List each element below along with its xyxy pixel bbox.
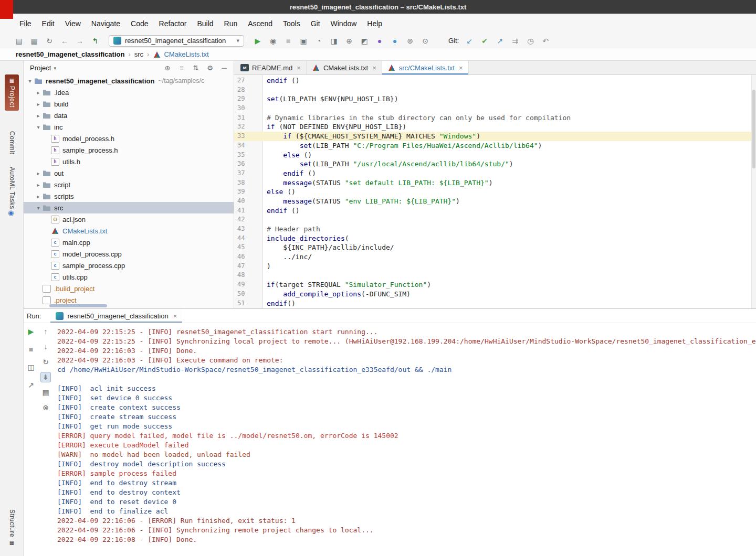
code-line[interactable]: 50 add_compile_options(-DFUNC_SIM) [234,290,751,299]
menu-navigate[interactable]: Navigate [87,17,125,30]
tree-item-CMakeLists.txt[interactable]: CMakeLists.txt [24,225,234,237]
menu-help[interactable]: Help [362,17,387,30]
collapse-all-icon[interactable]: ≡ [177,64,186,72]
scroll-to-end-button[interactable]: ⇟ [40,372,51,382]
down-stack-trace-button[interactable]: ↓ [40,341,51,352]
tree-item-sample_process.cpp[interactable]: csample_process.cpp [24,260,234,271]
close-icon[interactable]: × [173,312,177,320]
chevron-down-icon[interactable]: ▾ [34,205,43,211]
run-coverage-icon[interactable]: ▣ [298,36,309,46]
automl-status-icon[interactable]: ◉ [8,209,14,217]
stop-button[interactable]: ■ [283,36,293,46]
code-line[interactable]: 33 if (${CMAKE_HOST_SYSTEM_NAME} MATCHES… [234,132,751,141]
run-config-combo[interactable]: resnet50_imagenet_classification ▾ [109,35,244,47]
tree-item-data[interactable]: ▸data [24,110,234,121]
code-editor[interactable]: 27endif ()2829set(LIB_PATH $ENV{NPU_HOST… [234,75,751,308]
chevron-down-icon[interactable]: ▾ [54,66,56,71]
code-line[interactable]: 43# Header path [234,224,751,234]
soft-wrap-button[interactable]: ↻ [40,357,51,367]
tree-item-model_process.h[interactable]: hmodel_process.h [24,133,234,144]
console-output[interactable]: 2022-04-09 22:15:25 - [INFO] resnet50_im… [55,323,756,556]
line-number[interactable]: 43 [234,224,263,234]
settings-gear-icon[interactable]: ⚙ [206,64,214,72]
line-number[interactable]: 27 [234,76,263,85]
settings-icon[interactable]: ⊙ [420,36,430,46]
chevron-down-icon[interactable]: ▾ [26,78,34,84]
tool-button-commit[interactable]: Commit [5,128,19,157]
menu-view[interactable]: View [60,17,86,30]
tree-item-.build_project[interactable]: .build_project [24,283,234,294]
editor-tab-README.md[interactable]: MREADME.md× [235,61,307,74]
line-number[interactable]: 45 [234,243,263,252]
git-push-icon[interactable]: ↗ [495,36,505,46]
print-button[interactable]: ▤ [40,387,51,398]
locate-file-icon[interactable]: ⊕ [163,64,172,72]
git-history-icon[interactable]: ◷ [525,36,536,46]
git-commit-icon[interactable]: ✔ [479,36,490,46]
code-line[interactable]: 40 message(STATUS "env LIB_PATH: ${LIB_P… [234,197,751,206]
hide-panel-icon[interactable]: ─ [220,64,228,72]
tree-item-main.cpp[interactable]: cmain.cpp [24,237,234,248]
expand-collapse-icon[interactable]: ⇅ [192,64,200,72]
debug-button[interactable]: ◉ [268,36,278,46]
restore-layout-button[interactable]: ◫ [26,362,36,372]
scrollbar-thumb[interactable] [752,90,755,168]
code-line[interactable]: 30 [234,104,751,113]
forward-icon[interactable]: → [75,36,85,46]
code-line[interactable]: 35 else () [234,151,751,160]
editor-scrollbar[interactable] [751,75,756,308]
tree-item-utils.cpp[interactable]: cutils.cpp [24,271,234,283]
menu-ascend[interactable]: Ascend [243,17,277,30]
tree-item-sample_process.h[interactable]: hsample_process.h [24,144,234,156]
tree-scrollbar[interactable] [49,304,107,307]
tree-item-utils.h[interactable]: hutils.h [24,156,234,167]
breadcrumb-item[interactable]: resnet50_imagenet_classification [16,50,124,58]
run-button[interactable]: ▶ [253,36,263,46]
chevron-right-icon[interactable]: ▸ [34,90,43,95]
ascend-analyze-icon[interactable]: ● [390,36,400,46]
code-line[interactable]: 37 endif () [234,169,751,178]
profiler-icon[interactable]: ◔ [313,36,324,46]
breadcrumb-item[interactable]: CMakeLists.txt [153,50,208,59]
code-line[interactable]: 45 ${INC_PATH}/acllib/include/ [234,243,751,252]
line-number[interactable]: 42 [234,215,263,224]
tree-item-src[interactable]: ▾src [24,202,234,213]
menu-edit[interactable]: Edit [37,17,59,30]
tree-item-inc[interactable]: ▾inc [24,121,234,133]
project-panel-title[interactable]: Project [30,64,51,72]
tree-item-build[interactable]: ▸build [24,98,234,110]
close-icon[interactable]: × [372,64,376,72]
line-number[interactable]: 28 [234,85,263,95]
line-number[interactable]: 50 [234,290,263,299]
chevron-down-icon[interactable]: ▾ [34,124,43,130]
code-line[interactable]: 29set(LIB_PATH $ENV{NPU_HOST_LIB}) [234,94,751,104]
close-icon[interactable]: × [297,64,301,72]
code-line[interactable]: 42 [234,215,751,224]
code-line[interactable]: 41endif () [234,206,751,216]
tree-item-scripts[interactable]: ▸scripts [24,190,234,202]
chevron-right-icon[interactable]: ▸ [34,182,43,188]
line-number[interactable]: 39 [234,187,263,197]
tree-item-script[interactable]: ▸script [24,179,234,190]
menu-run[interactable]: Run [219,17,243,30]
attach-icon[interactable]: ⊕ [344,36,354,46]
menu-refactor[interactable]: Refactor [154,17,192,30]
menu-git[interactable]: Git [306,17,325,30]
code-line[interactable]: 46 ../inc/ [234,252,751,262]
git-update-icon[interactable]: ↙ [464,36,475,46]
code-line[interactable]: 32if (NOT DEFINED ENV{NPU_HOST_LIB}) [234,122,751,132]
line-number[interactable]: 37 [234,169,263,178]
code-line[interactable]: 28 [234,85,751,95]
code-line[interactable]: 51endif() [234,299,751,308]
run-tab[interactable]: resnet50_imagenet_classification × [50,309,182,323]
code-line[interactable]: 34 set(LIB_PATH "C:/Program Files/HuaWei… [234,141,751,151]
line-number[interactable]: 34 [234,141,263,151]
ascend-tool-icon[interactable]: ● [374,36,385,46]
line-number[interactable]: 32 [234,122,263,132]
line-number[interactable]: 46 [234,252,263,262]
save-all-icon[interactable]: ▦ [29,36,39,46]
menu-window[interactable]: Window [326,17,362,30]
up-stack-trace-button[interactable]: ↑ [40,326,51,337]
close-icon[interactable]: × [459,64,463,72]
tree-item-acl.json[interactable]: {}acl.json [24,213,234,225]
